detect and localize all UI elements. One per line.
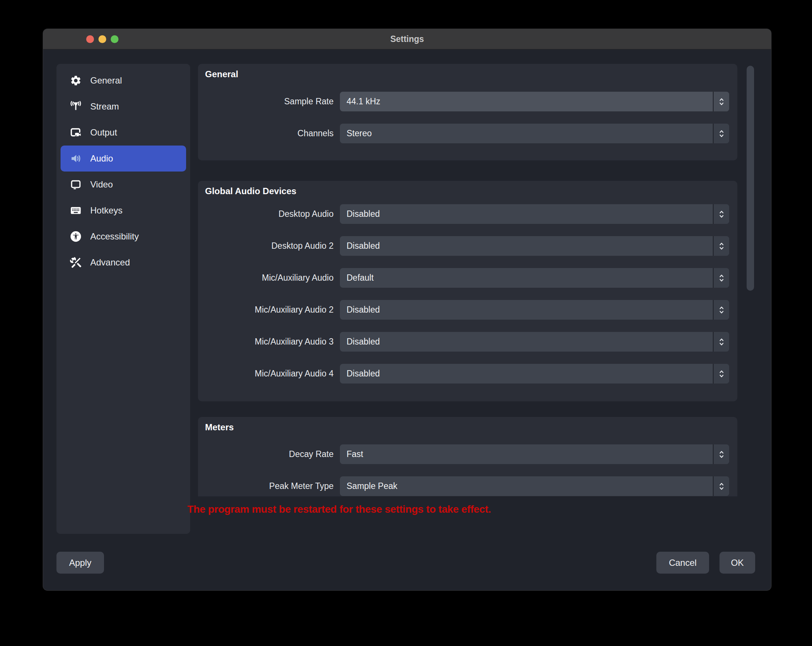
ok-button[interactable]: OK	[719, 552, 755, 574]
section-title: Global Audio Devices	[205, 186, 296, 197]
selected-value: Disabled	[340, 364, 713, 384]
titlebar: Settings	[43, 29, 771, 49]
field-label: Mic/Auxiliary Audio 2	[198, 300, 334, 320]
sidebar-item-label: Advanced	[90, 257, 130, 268]
field-label: Mic/Auxiliary Audio	[198, 268, 334, 288]
stepper[interactable]	[713, 476, 729, 496]
chevron-up-down-icon	[719, 369, 724, 379]
chevron-up-down-icon	[719, 241, 724, 251]
sidebar-item-label: Video	[90, 179, 113, 190]
settings-sidebar: General Stream Output Audio Video Hotkey…	[56, 64, 190, 534]
sidebar-item-hotkeys[interactable]: Hotkeys	[61, 198, 186, 224]
field-label: Sample Rate	[198, 92, 334, 111]
desktop-background: { "window": { "title": "Settings" }, "co…	[0, 0, 812, 646]
sidebar-item-output[interactable]: Output	[61, 120, 186, 146]
sidebar-item-video[interactable]: Video	[61, 172, 186, 198]
close-button[interactable]	[86, 35, 94, 43]
sidebar-item-accessibility[interactable]: Accessibility	[61, 224, 186, 250]
scrollbar-thumb[interactable]	[746, 66, 754, 291]
settings-window: Settings General Stream Output Audio Vid…	[43, 29, 771, 590]
sidebar-item-label: Stream	[90, 101, 119, 112]
desktop-audio-select[interactable]: Disabled	[340, 204, 729, 224]
speaker-icon	[69, 152, 82, 165]
field-label: Decay Rate	[198, 444, 334, 464]
accessibility-icon	[69, 230, 82, 243]
antenna-icon	[69, 100, 82, 113]
sidebar-item-label: General	[90, 75, 122, 86]
chevron-up-down-icon	[719, 273, 724, 283]
form-row: Decay Rate Fast	[198, 444, 737, 464]
selected-value: Disabled	[340, 300, 713, 320]
form-row: Mic/Auxiliary Audio 2 Disabled	[198, 300, 737, 320]
stepper[interactable]	[713, 300, 729, 320]
zoom-button[interactable]	[111, 35, 119, 43]
channels-select[interactable]: Stereo	[340, 123, 729, 143]
form-row: Desktop Audio 2 Disabled	[198, 236, 737, 256]
sidebar-item-label: Audio	[90, 153, 113, 164]
chevron-up-down-icon	[719, 128, 724, 139]
cancel-button[interactable]: Cancel	[656, 552, 709, 574]
stepper[interactable]	[713, 123, 729, 143]
form-row: Mic/Auxiliary Audio Default	[198, 268, 737, 288]
field-label: Desktop Audio 2	[198, 236, 334, 256]
chevron-up-down-icon	[719, 96, 724, 107]
mic-auxiliary-audio-4-select[interactable]: Disabled	[340, 364, 729, 384]
mic-auxiliary-audio-2-select[interactable]: Disabled	[340, 300, 729, 320]
stepper[interactable]	[713, 268, 729, 288]
traffic-lights	[86, 29, 119, 49]
form-row: Peak Meter Type Sample Peak	[198, 476, 737, 496]
stepper[interactable]	[713, 236, 729, 256]
selected-value: Disabled	[340, 204, 713, 224]
selected-value: 44.1 kHz	[340, 92, 713, 111]
sidebar-item-general[interactable]: General	[61, 67, 186, 94]
field-label: Peak Meter Type	[198, 476, 334, 496]
sample-rate-select[interactable]: 44.1 kHz	[340, 92, 729, 111]
selected-value: Default	[340, 268, 713, 288]
form-row: Channels Stereo	[198, 123, 737, 143]
chevron-up-down-icon	[719, 209, 724, 219]
restart-warning-text: The program must be restarted for these …	[187, 503, 491, 515]
selected-value: Sample Peak	[340, 476, 713, 496]
form-row: Mic/Auxiliary Audio 3 Disabled	[198, 332, 737, 352]
stepper[interactable]	[713, 204, 729, 224]
stepper[interactable]	[713, 92, 729, 111]
section-title: General	[205, 69, 238, 79]
field-label: Mic/Auxiliary Audio 3	[198, 332, 334, 352]
selected-value: Disabled	[340, 332, 713, 352]
stepper[interactable]	[713, 364, 729, 384]
monitor-icon	[69, 178, 82, 191]
mic-auxiliary-audio-3-select[interactable]: Disabled	[340, 332, 729, 352]
selected-value: Stereo	[340, 123, 713, 143]
window-title: Settings	[391, 34, 424, 44]
tools-icon	[69, 256, 82, 269]
sidebar-item-audio[interactable]: Audio	[61, 146, 186, 172]
section-global-audio-devices: Global Audio Devices Desktop Audio Disab…	[198, 181, 737, 401]
field-label: Channels	[198, 123, 334, 143]
chevron-up-down-icon	[719, 481, 724, 492]
sidebar-item-stream[interactable]: Stream	[61, 94, 186, 120]
form-row: Mic/Auxiliary Audio 4 Disabled	[198, 364, 737, 384]
section-meters: Meters Decay Rate Fast Peak Meter Type S…	[198, 417, 737, 497]
decay-rate-select[interactable]: Fast	[340, 444, 729, 464]
form-row: Sample Rate 44.1 kHz	[198, 92, 737, 111]
desktop-audio-2-select[interactable]: Disabled	[340, 236, 729, 256]
stepper[interactable]	[713, 332, 729, 352]
field-label: Desktop Audio	[198, 204, 334, 224]
gear-icon	[69, 74, 82, 87]
sidebar-item-label: Hotkeys	[90, 205, 122, 216]
chevron-up-down-icon	[719, 305, 724, 315]
minimize-button[interactable]	[98, 35, 106, 43]
keyboard-icon	[69, 204, 82, 217]
mic-auxiliary-audio-select[interactable]: Default	[340, 268, 729, 288]
stepper[interactable]	[713, 444, 729, 464]
peak-meter-type-select[interactable]: Sample Peak	[340, 476, 729, 496]
sidebar-item-label: Output	[90, 127, 117, 138]
section-general: General Sample Rate 44.1 kHz Channels St…	[198, 64, 737, 160]
chevron-up-down-icon	[719, 449, 724, 460]
form-row: Desktop Audio Disabled	[198, 204, 737, 224]
settings-scroll-area[interactable]: General Sample Rate 44.1 kHz Channels St…	[198, 64, 737, 497]
apply-button[interactable]: Apply	[56, 552, 104, 574]
screen-record-icon	[69, 126, 82, 139]
selected-value: Fast	[340, 444, 713, 464]
sidebar-item-advanced[interactable]: Advanced	[61, 250, 186, 276]
